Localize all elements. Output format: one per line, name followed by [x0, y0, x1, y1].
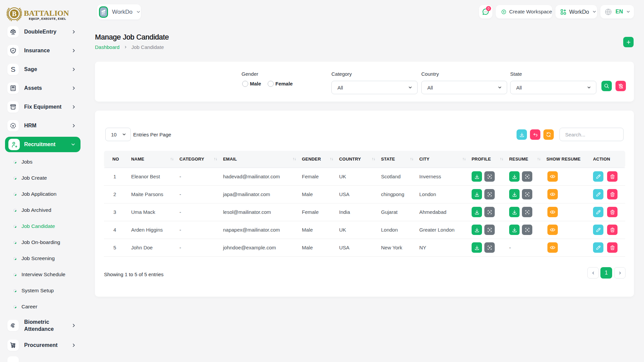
svg-text:BATTALION: BATTALION	[24, 9, 69, 17]
svg-text:EQUIP,EXECUTE,EXEL: EQUIP,EXECUTE,EXEL	[29, 17, 66, 21]
svg-text:B: B	[12, 10, 16, 17]
